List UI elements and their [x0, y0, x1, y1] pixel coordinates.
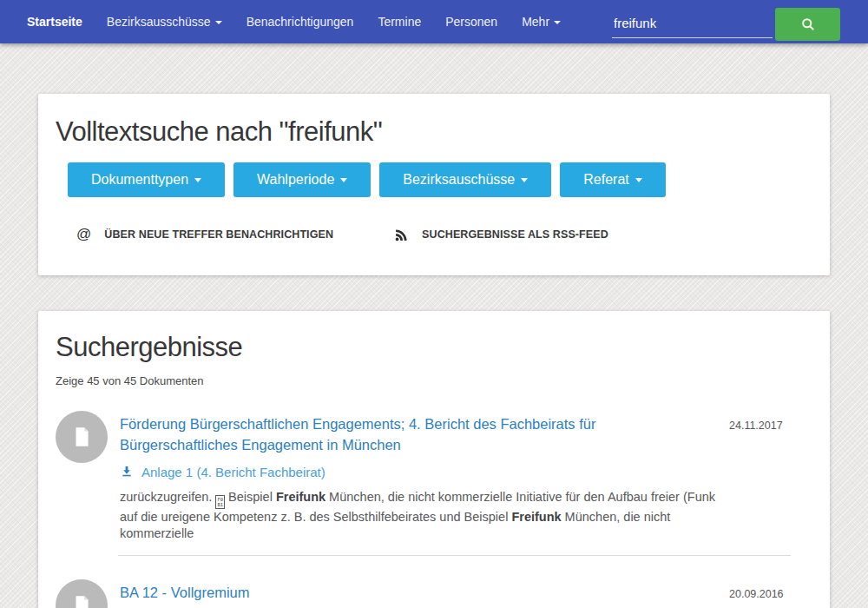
snippet-highlight: Freifunk — [511, 510, 561, 524]
search-results-card: Suchergebnisse Zeige 45 von 45 Dokumente… — [38, 311, 830, 608]
rss-icon — [394, 228, 409, 242]
notify-link[interactable]: @ ÜBER NEUE TREFFER BENACHRICHTIGEN — [76, 226, 333, 243]
nav-item-label: Mehr — [522, 15, 549, 29]
search-button[interactable] — [775, 8, 840, 41]
notify-link-label: ÜBER NEUE TREFFER BENACHRICHTIGEN — [104, 228, 333, 241]
result-title-link[interactable]: BA 12 - Vollgremium — [120, 579, 717, 604]
missing-glyph-box: F0B1 — [215, 495, 225, 509]
nav-item-personen[interactable]: Personen — [433, 0, 510, 43]
snippet-text: Beispiel — [225, 490, 276, 504]
rss-feed-link[interactable]: SUCHERGEBNISSE ALS RSS-FEED — [394, 228, 608, 242]
page-title: Volltextsuche nach "freifunk" — [56, 116, 812, 148]
avatar — [56, 411, 108, 463]
nav-item-termine[interactable]: Termine — [365, 0, 433, 43]
result-body: BA 12 - Vollgremium Tagesordnung 09 2016… — [120, 579, 717, 608]
filter-dokumenttypen-button[interactable]: Dokumenttypen — [68, 162, 225, 197]
filter-bezirksauschuesse-button[interactable]: Bezirksauschüsse — [379, 162, 551, 197]
download-icon — [120, 465, 134, 479]
nav-item-benachrichtigungen[interactable]: Benachrichtigungen — [234, 0, 366, 43]
snippet-highlight: Freifunk — [276, 490, 326, 504]
attachment-label: Anlage 1 (4. Bericht Fachbeirat) — [141, 465, 326, 479]
result-date: 20.09.2016 — [729, 579, 812, 608]
chevron-down-icon — [554, 21, 561, 24]
chevron-down-icon — [194, 178, 201, 182]
results-count: Zeige 45 von 45 Dokumenten — [56, 374, 812, 387]
navbar-search-area — [612, 3, 840, 41]
chevron-down-icon — [635, 178, 642, 182]
nav-item-startseite[interactable]: Startseite — [15, 0, 95, 43]
result-date: 24.11.2017 — [729, 411, 812, 542]
avatar — [56, 579, 108, 608]
search-icon — [799, 16, 817, 33]
chevron-down-icon — [340, 178, 347, 182]
result-body: Förderung Bürgerschaftlichen Engagements… — [120, 411, 717, 542]
chevron-down-icon — [521, 178, 528, 182]
filter-wahlperiode-button[interactable]: Wahlperiode — [233, 162, 371, 197]
filter-button-row: Dokumenttypen Wahlperiode Bezirksauschüs… — [68, 162, 812, 197]
nav-item-label: Bezirksausschüsse — [107, 15, 211, 29]
fulltext-search-card: Volltextsuche nach "freifunk" Dokumentty… — [38, 94, 830, 275]
result-item: BA 12 - Vollgremium Tagesordnung 09 2016… — [56, 579, 812, 608]
attachment-link[interactable]: Anlage 1 (4. Bericht Fachbeirat) — [120, 465, 717, 479]
result-divider — [118, 555, 791, 556]
tofu-hex-bottom: B1 — [217, 502, 223, 507]
filter-label: Dokumenttypen — [91, 172, 188, 188]
results-title: Suchergebnisse — [56, 332, 812, 363]
result-title-link[interactable]: Förderung Bürgerschaftlichen Engagements… — [120, 411, 717, 456]
document-icon — [70, 594, 93, 608]
rss-link-label: SUCHERGEBNISSE ALS RSS-FEED — [422, 228, 608, 241]
filter-label: Wahlperiode — [257, 172, 334, 188]
search-input[interactable] — [612, 7, 773, 38]
result-item: Förderung Bürgerschaftlichen Engagements… — [56, 411, 812, 542]
snippet-text: zurückzugreifen. — [120, 490, 215, 504]
nav-item-mehr[interactable]: Mehr — [510, 0, 573, 43]
result-snippet: zurückzugreifen. F0B1 Beispiel Freifunk … — [120, 489, 717, 542]
top-navbar: Startseite Bezirksausschüsse Benachricht… — [0, 0, 868, 43]
filter-label: Bezirksauschüsse — [403, 172, 515, 188]
filter-label: Referat — [583, 172, 628, 188]
filter-referat-button[interactable]: Referat — [560, 162, 665, 197]
at-icon: @ — [76, 226, 91, 243]
nav-item-bezirksausschuesse[interactable]: Bezirksausschüsse — [95, 0, 234, 43]
search-action-links: @ ÜBER NEUE TREFFER BENACHRICHTIGEN SUCH… — [76, 226, 812, 243]
document-icon — [70, 426, 93, 448]
chevron-down-icon — [215, 21, 222, 24]
